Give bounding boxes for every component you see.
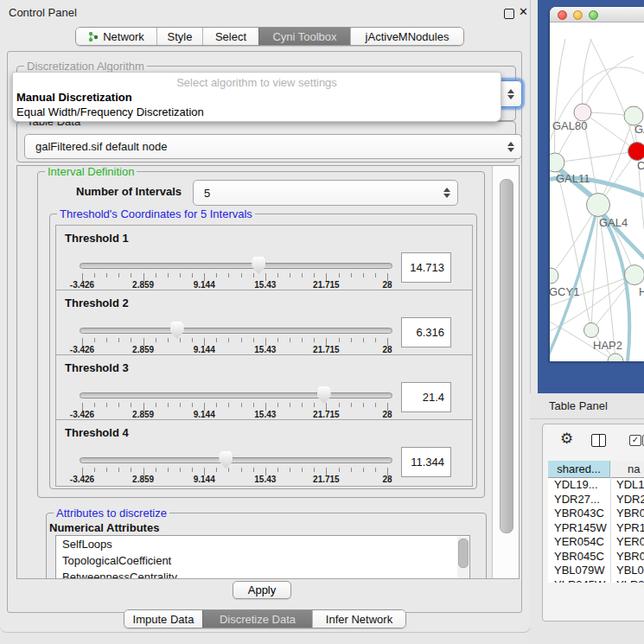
- cell-name[interactable]: YLR3: [616, 578, 644, 583]
- network-edge[interactable]: [551, 205, 598, 276]
- screen: Control Panel ✕ Network Style Select Cyn…: [0, 0, 644, 644]
- list-item[interactable]: TopologicalCoefficient: [56, 552, 469, 569]
- tick-mark: [290, 468, 290, 472]
- table-row[interactable]: YPR145WYPR1: [548, 521, 644, 536]
- number-of-intervals-combobox[interactable]: 5: [193, 180, 458, 206]
- table-row[interactable]: YBL079WYBL0: [548, 564, 644, 578]
- cell-name[interactable]: YER0: [616, 535, 644, 550]
- cell-name[interactable]: YDL1: [616, 478, 644, 493]
- table-row[interactable]: YER054CYER0: [548, 535, 644, 550]
- slider-track[interactable]: [80, 392, 392, 399]
- tick-mark: [253, 273, 254, 277]
- network-edge[interactable]: [582, 39, 591, 112]
- dropdown-option-equal-width-frequency[interactable]: Equal Width/Frequency Discretization: [13, 105, 501, 119]
- tab-impute-data[interactable]: Impute Data: [124, 610, 202, 628]
- slider-track[interactable]: [80, 328, 392, 334]
- numerical-attributes-list[interactable]: SelfLoops TopologicalCoefficient Between…: [55, 535, 470, 578]
- tab-network[interactable]: Network: [76, 28, 156, 45]
- discretization-algorithm-title: Discretization Algorithm: [24, 60, 147, 73]
- network-node-GAL80[interactable]: [574, 104, 591, 121]
- column-header-shared-name[interactable]: shared...: [548, 461, 610, 478]
- network-edge[interactable]: [583, 56, 634, 112]
- gear-icon[interactable]: ⚙: [560, 431, 573, 446]
- tab-jactivemnodules[interactable]: jActiveMNodules: [350, 28, 463, 45]
- cell-shared-name[interactable]: YPR145W: [554, 521, 607, 536]
- tick-label: 9.144: [194, 410, 215, 419]
- network-canvas[interactable]: GAL80GACGAL11GAL4GCY1HHAP2: [550, 22, 644, 361]
- tab-style[interactable]: Style: [156, 28, 202, 45]
- threshold-value-field[interactable]: 21.4: [401, 382, 451, 412]
- zoom-traffic-light[interactable]: [589, 10, 598, 20]
- network-node-GCY1[interactable]: [550, 268, 558, 284]
- cell-name[interactable]: YPR1: [616, 521, 644, 536]
- cell-name[interactable]: YDR2: [616, 493, 644, 507]
- cell-shared-name[interactable]: YDR27...: [554, 493, 600, 507]
- network-node-GAL11[interactable]: [550, 153, 564, 172]
- threshold-slider[interactable]: -3.4262.8599.14415.4321.71528: [80, 355, 392, 421]
- slider-track[interactable]: [80, 263, 392, 269]
- tab-select[interactable]: Select: [202, 28, 258, 45]
- tab-cyni-toolbox[interactable]: Cyni Toolbox: [258, 28, 350, 45]
- table-row[interactable]: YDL19...YDL1: [548, 478, 644, 493]
- apply-button[interactable]: Apply: [233, 581, 291, 599]
- table-row[interactable]: YBR043CYBR0: [548, 507, 644, 521]
- network-node-node-red[interactable]: [628, 143, 644, 161]
- list-scrollbar-thumb[interactable]: [458, 539, 469, 568]
- tab-discretize-data[interactable]: Discretize Data: [202, 610, 312, 628]
- column-header-name[interactable]: na: [610, 461, 644, 478]
- network-node-HAP2[interactable]: [584, 323, 599, 338]
- slider-thumb[interactable]: [252, 257, 265, 274]
- tick-mark: [118, 273, 119, 277]
- threshold-value-field[interactable]: 14.713: [401, 252, 451, 283]
- table-row[interactable]: YDR27...YDR2: [548, 493, 644, 507]
- list-item[interactable]: SelfLoops: [56, 536, 469, 552]
- tick-mark: [351, 403, 352, 407]
- cell-shared-name[interactable]: YBR045C: [554, 550, 604, 564]
- thresholds-group: Threshold's Coordinates for 5 Intervals …: [49, 214, 477, 489]
- threshold-value-field[interactable]: 11.344: [401, 447, 451, 477]
- slider-track[interactable]: [80, 457, 392, 463]
- list-scrollbar[interactable]: [457, 537, 469, 578]
- cell-name[interactable]: YBL0: [616, 564, 644, 578]
- vertical-scrollbar[interactable]: [492, 166, 519, 578]
- tick-mark: [180, 468, 181, 472]
- cell-shared-name[interactable]: YBR043C: [554, 507, 604, 521]
- network-node-GAL4[interactable]: [587, 194, 610, 217]
- minimize-traffic-light[interactable]: [573, 10, 583, 20]
- network-edge[interactable]: [555, 151, 637, 163]
- cell-shared-name[interactable]: YLR345W: [554, 578, 605, 583]
- close-traffic-light[interactable]: [558, 10, 567, 20]
- list-item[interactable]: BetweennessCentrality: [56, 569, 469, 578]
- vertical-scrollbar-thumb[interactable]: [500, 179, 513, 533]
- threshold-2-panel: Threshold 2 -3.4262.8599.14415.4321.7152…: [55, 290, 473, 357]
- network-edge[interactable]: [555, 39, 566, 163]
- cell-name[interactable]: YBR0: [616, 550, 644, 564]
- tab-infer-network[interactable]: Infer Network: [312, 610, 405, 628]
- network-node-node-h[interactable]: [625, 265, 644, 285]
- columns-icon[interactable]: [591, 434, 606, 447]
- table-row[interactable]: YBR045CYBR0: [548, 550, 644, 564]
- tick-mark: [94, 273, 95, 277]
- table-row[interactable]: YLR345WYLR3: [548, 578, 644, 583]
- tick-mark: [351, 273, 352, 277]
- threshold-slider[interactable]: -3.4262.8599.14415.4321.71528: [80, 420, 392, 486]
- threshold-value-field[interactable]: 6.316: [401, 317, 451, 348]
- threshold-slider[interactable]: -3.4262.8599.14415.4321.71528: [80, 290, 392, 356]
- slider-thumb[interactable]: [170, 322, 184, 339]
- float-window-icon[interactable]: [504, 9, 514, 19]
- dropdown-option-manual-discretization[interactable]: Manual Discretization: [13, 90, 501, 105]
- cell-shared-name[interactable]: YER054C: [554, 535, 604, 550]
- tick-mark: [241, 338, 242, 342]
- cell-shared-name[interactable]: YBL079W: [554, 564, 605, 578]
- close-icon[interactable]: ✕: [519, 5, 528, 18]
- cell-name[interactable]: YBR0: [616, 507, 644, 521]
- tick-label: 15.43: [254, 475, 276, 484]
- threshold-slider[interactable]: -3.4262.8599.14415.4321.71528: [80, 226, 392, 291]
- control-panel-window: Control Panel ✕ Network Style Select Cyn…: [0, 0, 531, 633]
- slider-thumb[interactable]: [317, 386, 331, 404]
- slider-thumb[interactable]: [219, 451, 233, 469]
- cell-shared-name[interactable]: YDL19...: [554, 478, 598, 493]
- network-highlighted-edge[interactable]: [598, 207, 644, 258]
- table-data-combobox[interactable]: galFiltered.sif default node: [24, 134, 522, 159]
- checkbox-icon[interactable]: ✓: [629, 435, 641, 446]
